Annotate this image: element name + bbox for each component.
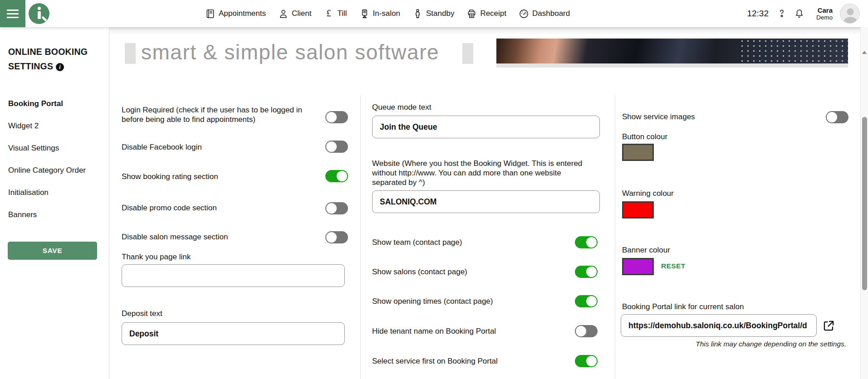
sidebar-menu: Booking Portal Widget 2 Visual Settings … bbox=[8, 92, 86, 226]
saloniq-logo bbox=[29, 3, 49, 24]
setting-label-show-salons: Show salons (contact page) bbox=[372, 267, 567, 277]
info-icon[interactable]: i bbox=[56, 63, 64, 71]
nav-label: Receipt bbox=[480, 9, 506, 18]
nav-standby[interactable]: Standby bbox=[412, 9, 454, 19]
nav-in-salon[interactable]: In-salon bbox=[359, 9, 400, 19]
pound-icon: £ bbox=[324, 9, 334, 19]
warning-colour-swatch[interactable] bbox=[622, 201, 654, 219]
banner-photo-strip bbox=[496, 63, 848, 68]
user-info: Cara Demo bbox=[816, 6, 833, 21]
settings-content: smart & simple salon software Login Requ… bbox=[109, 27, 860, 379]
setting-label-show-team: Show team (contact page) bbox=[372, 238, 567, 247]
nav-appointments[interactable]: Appointments bbox=[205, 9, 266, 19]
button-colour-label: Button colour bbox=[622, 132, 667, 141]
help-button[interactable] bbox=[777, 9, 787, 19]
sidebar-item-booking-portal[interactable]: Booking Portal bbox=[8, 92, 86, 115]
thank-you-page-link-input[interactable] bbox=[122, 264, 345, 287]
toggle-show-booking-rating[interactable] bbox=[325, 170, 348, 182]
banner-decoration-right bbox=[462, 43, 473, 64]
open-portal-link-button[interactable] bbox=[823, 320, 835, 334]
settings-sidebar: ONLINE BOOKING SETTINGSi Booking Portal … bbox=[0, 27, 109, 379]
toggle-show-team[interactable] bbox=[575, 236, 598, 248]
scrollbar-thumb[interactable] bbox=[862, 117, 867, 290]
salon-banner-photo bbox=[496, 39, 848, 63]
terminal-icon bbox=[359, 9, 370, 19]
toggle-show-salons[interactable] bbox=[575, 266, 598, 278]
toggle-select-service-first[interactable] bbox=[575, 355, 598, 367]
toggle-show-opening-times[interactable] bbox=[575, 295, 598, 307]
nav-label: In-salon bbox=[373, 9, 400, 18]
banner-colour-label: Banner colour bbox=[622, 245, 670, 255]
menu-icon bbox=[7, 10, 19, 11]
queue-mode-text-label: Queue mode text bbox=[372, 102, 431, 112]
deposit-text-input[interactable] bbox=[122, 322, 345, 345]
toggle-hide-tenant-name[interactable] bbox=[575, 325, 598, 337]
scroll-shadow bbox=[109, 27, 860, 35]
menu-button[interactable] bbox=[0, 0, 25, 27]
setting-label-disable-salon-message: Disable salon message section bbox=[122, 232, 317, 242]
thank-you-page-link-label: Thank you page link bbox=[122, 252, 191, 262]
user-name: Cara bbox=[816, 6, 833, 14]
setting-label-hide-tenant-name: Hide tenant name on Booking Portal bbox=[372, 326, 567, 336]
clock: 12:32 bbox=[747, 9, 769, 19]
column-divider bbox=[360, 95, 361, 379]
external-link-icon bbox=[823, 320, 835, 332]
setting-label-show-booking-rating: Show booking rating section bbox=[122, 172, 317, 181]
person-icon bbox=[278, 9, 289, 19]
sidebar-item-visual-settings[interactable]: Visual Settings bbox=[8, 137, 86, 159]
banner-colour-swatch[interactable] bbox=[622, 258, 654, 275]
sidebar-item-widget-2[interactable]: Widget 2 bbox=[8, 115, 86, 137]
nav-till[interactable]: £ Till bbox=[324, 9, 347, 19]
book-icon bbox=[205, 9, 216, 19]
booking-portal-link-label: Booking Portal link for current salon bbox=[622, 302, 744, 311]
user-role: Demo bbox=[816, 14, 833, 21]
reset-banner-colour-button[interactable]: RESET bbox=[661, 262, 686, 270]
setting-label-login-required: Login Required (check if the user has to… bbox=[122, 105, 317, 124]
help-icon bbox=[777, 9, 787, 19]
website-input[interactable] bbox=[372, 190, 600, 213]
nav-label: Appointments bbox=[219, 9, 266, 18]
setting-label-select-service-first: Select service first on Booking Portal bbox=[372, 356, 567, 366]
nav-client[interactable]: Client bbox=[278, 9, 311, 19]
printer-icon bbox=[466, 9, 477, 19]
vertical-scrollbar[interactable] bbox=[860, 27, 868, 379]
toggle-disable-salon-message[interactable] bbox=[325, 231, 348, 243]
queue-mode-text-input[interactable] bbox=[372, 116, 600, 138]
nav-label: Client bbox=[292, 9, 311, 18]
nav-right-cluster: 12:32 Cara Demo bbox=[747, 0, 860, 27]
warning-colour-label: Warning colour bbox=[622, 189, 674, 198]
sidebar-item-banners[interactable]: Banners bbox=[8, 204, 86, 226]
deposit-text-label: Deposit text bbox=[122, 309, 162, 318]
online-booking-settings-page: Appointments Client £ Till bbox=[0, 0, 868, 379]
nav-dashboard[interactable]: Dashboard bbox=[519, 9, 570, 19]
setting-label-disable-promo-code: Disable promo code section bbox=[122, 203, 317, 213]
top-nav-bar: Appointments Client £ Till bbox=[0, 0, 868, 27]
brand-tagline: smart & simple salon software bbox=[141, 40, 459, 64]
sidebar-item-online-category-order[interactable]: Online Category Order bbox=[8, 159, 86, 181]
website-label: Website (Where you host the Booking Widg… bbox=[372, 159, 597, 187]
button-colour-swatch[interactable] bbox=[622, 144, 654, 161]
toggle-login-required[interactable] bbox=[325, 111, 348, 123]
notifications-button[interactable] bbox=[794, 9, 804, 19]
toggle-show-service-images[interactable] bbox=[826, 111, 848, 123]
save-button[interactable]: SAVE bbox=[8, 242, 97, 260]
nav-receipt[interactable]: Receipt bbox=[466, 9, 506, 19]
svg-text:£: £ bbox=[327, 9, 331, 18]
main-nav: Appointments Client £ Till bbox=[205, 0, 570, 27]
gauge-icon bbox=[519, 9, 529, 19]
column-divider bbox=[615, 95, 615, 379]
setting-label-disable-facebook-login: Disable Facebook login bbox=[122, 142, 317, 152]
toggle-disable-facebook-login[interactable] bbox=[325, 141, 348, 153]
booking-portal-link-input[interactable] bbox=[621, 314, 817, 337]
avatar[interactable] bbox=[840, 4, 860, 24]
standby-person-icon bbox=[412, 9, 423, 19]
scroll-up-arrow[interactable] bbox=[862, 51, 867, 54]
sidebar-title: ONLINE BOOKING SETTINGSi bbox=[8, 44, 109, 73]
bell-icon bbox=[794, 9, 804, 19]
setting-label-show-service-images: Show service images bbox=[622, 112, 804, 121]
sidebar-item-initialisation[interactable]: Initialisation bbox=[8, 181, 86, 204]
toggle-disable-promo-code[interactable] bbox=[325, 202, 348, 214]
portal-link-note: This link may change depending on the se… bbox=[622, 340, 846, 348]
nav-label: Till bbox=[337, 9, 347, 18]
setting-label-show-opening-times: Show opening times (contact page) bbox=[372, 296, 567, 306]
